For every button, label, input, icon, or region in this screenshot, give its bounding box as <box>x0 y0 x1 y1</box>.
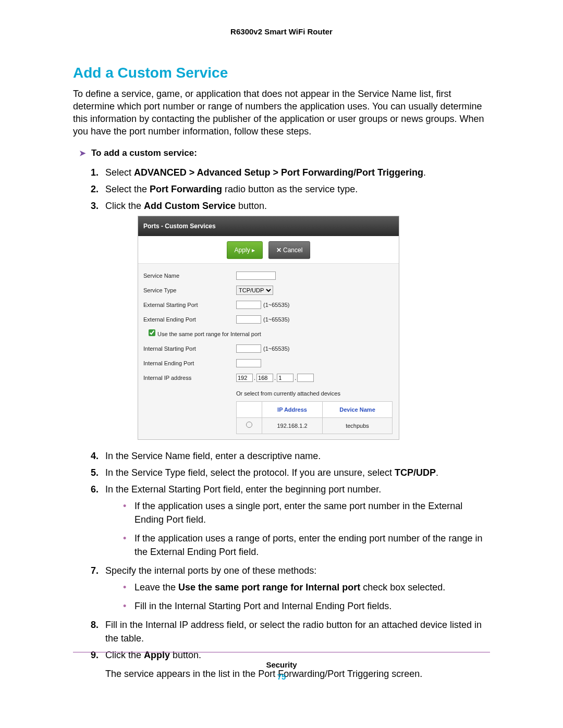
bullet-item: If the application uses a range of ports… <box>123 532 490 559</box>
or-select-label: Or select from currently attached device… <box>236 387 394 400</box>
panel-button-row: Apply ▸ ✕Cancel <box>138 236 399 264</box>
step-text: Specify the internal ports by one of the… <box>105 565 316 576</box>
ip-octet-4-input[interactable] <box>297 374 314 382</box>
bullet-text: Leave the <box>134 582 178 593</box>
cell-ip: 192.168.1.2 <box>262 418 323 434</box>
footer-section: Security <box>73 660 490 669</box>
apply-button[interactable]: Apply ▸ <box>227 241 263 259</box>
ip-octet-3-input[interactable] <box>277 374 293 382</box>
table-header-ip: IP Address <box>262 402 323 418</box>
external-ending-port-input[interactable] <box>236 315 261 324</box>
procedure-heading-text: To add a custom service: <box>91 148 197 158</box>
table-header-device: Device Name <box>323 402 393 418</box>
label-external-starting-port: External Starting Port <box>143 298 236 312</box>
procedure-heading: ➤To add a custom service: <box>79 148 490 158</box>
step-text: Select the <box>105 184 150 194</box>
step-4: 4.In the Service Name field, enter a des… <box>91 449 490 463</box>
step-5: 5. In the Service Type field, select the… <box>91 466 490 479</box>
bullet-text: check box selected. <box>360 582 445 593</box>
step-text: . <box>436 467 438 478</box>
port-range-hint: (1~65535) <box>263 302 289 308</box>
internal-ending-port-input[interactable] <box>236 359 261 367</box>
device-select-radio[interactable] <box>246 422 252 428</box>
label-internal-ip: Internal IP address <box>143 371 236 385</box>
bullet-item: If the application uses a single port, e… <box>123 499 490 526</box>
internal-starting-port-input[interactable] <box>236 344 261 353</box>
form-area: Service Name Service Type TCP/UDP <box>138 264 399 439</box>
step-text: In the External Starting Port field, ent… <box>105 484 381 495</box>
step-bold: Add Custom Service <box>144 201 236 211</box>
intro-paragraph: To define a service, game, or applicatio… <box>73 88 490 138</box>
step-text: radio button as the service type. <box>222 184 358 194</box>
step-text: Select <box>105 167 134 178</box>
use-same-label: Use the same port range for Internal por… <box>157 331 261 337</box>
attached-devices-table: IP Address Device Name 192.168.1.2 techp… <box>236 401 393 434</box>
step-text: In the Service Name field, enter a descr… <box>105 451 321 461</box>
ip-octet-2-input[interactable] <box>256 374 273 382</box>
page-footer: Security 75 <box>73 652 490 681</box>
step-text: In the Service Type field, select the pr… <box>105 467 395 478</box>
close-icon: ✕ <box>276 246 282 254</box>
step-text: Click the <box>105 201 144 211</box>
panel-titlebar: Ports - Custom Services <box>138 216 399 236</box>
service-name-input[interactable] <box>236 272 276 280</box>
step-8: 8.Fill in the Internal IP address field,… <box>91 618 490 645</box>
page-number: 75 <box>73 672 490 681</box>
step-3: 3. Click the Add Custom Service button. … <box>91 199 490 440</box>
step-6: 6.In the External Starting Port field, e… <box>91 483 490 559</box>
step-bold: TCP/UDP <box>395 467 436 478</box>
use-same-port-row: Use the same port range for Internal por… <box>143 327 261 341</box>
step-text: . <box>423 167 426 178</box>
bullet-bold: Use the same port range for Internal por… <box>178 582 360 593</box>
step-7: 7.Specify the internal ports by one of t… <box>91 564 490 613</box>
ip-octet-1-input[interactable] <box>236 374 253 382</box>
ports-custom-services-panel: Ports - Custom Services Apply ▸ ✕Cancel … <box>138 216 399 440</box>
step-text: Fill in the Internal IP address field, o… <box>105 620 482 644</box>
service-type-select[interactable]: TCP/UDP <box>236 286 273 295</box>
chevron-right-icon: ➤ <box>79 149 86 157</box>
section-title: Add a Custom Service <box>73 65 490 81</box>
steps-list: 1. Select ADVANCED > Advanced Setup > Po… <box>91 166 490 681</box>
label-internal-ending-port: Internal Ending Port <box>143 356 236 370</box>
label-service-type: Service Type <box>143 283 236 297</box>
step-6-bullets: If the application uses a single port, e… <box>123 499 490 559</box>
port-range-hint: (1~65535) <box>263 316 289 323</box>
label-internal-starting-port: Internal Starting Port <box>143 342 236 355</box>
port-range-hint: (1~65535) <box>263 346 289 352</box>
table-header-select <box>237 402 262 418</box>
step-text: button. <box>236 201 267 211</box>
content: Add a Custom Service To define a service… <box>73 65 490 681</box>
embedded-screenshot: Ports - Custom Services Apply ▸ ✕Cancel … <box>138 216 490 440</box>
use-same-port-checkbox[interactable] <box>149 329 155 336</box>
step-bold: Port Forwarding <box>150 184 222 194</box>
step-1: 1. Select ADVANCED > Advanced Setup > Po… <box>91 166 490 179</box>
page-header: R6300v2 Smart WiFi Router <box>0 0 563 36</box>
table-row: 192.168.1.2 techpubs <box>237 418 393 434</box>
bullet-item: Leave the Use the same port range for In… <box>123 581 490 594</box>
label-service-name: Service Name <box>143 269 236 282</box>
cancel-label: Cancel <box>283 246 302 254</box>
cell-device-name: techpubs <box>323 418 393 434</box>
step-bold: ADVANCED > Advanced Setup > Port Forward… <box>134 167 423 178</box>
step-2: 2. Select the Port Forwarding radio butt… <box>91 182 490 196</box>
step-7-bullets: Leave the Use the same port range for In… <box>123 581 490 613</box>
label-external-ending-port: External Ending Port <box>143 313 236 326</box>
bullet-item: Fill in the Internal Starting Port and I… <box>123 599 490 613</box>
footer-divider <box>73 652 490 653</box>
external-starting-port-input[interactable] <box>236 301 261 309</box>
cancel-button[interactable]: ✕Cancel <box>268 241 310 259</box>
